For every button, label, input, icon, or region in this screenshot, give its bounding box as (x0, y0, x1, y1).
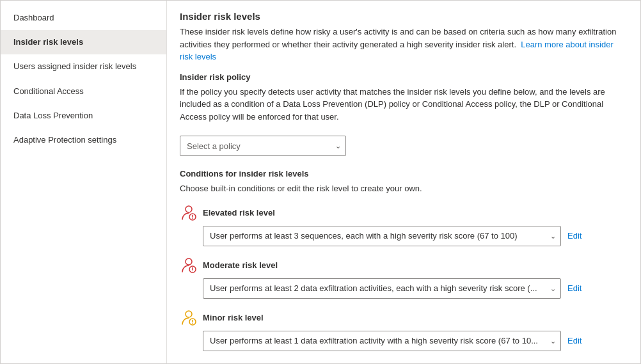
edit-link-elevated[interactable]: Edit (567, 231, 582, 241)
edit-link-moderate[interactable]: Edit (567, 283, 582, 293)
risk-dropdown-wrapper-moderate: User performs at least 2 data exfiltrati… (203, 278, 561, 299)
conditions-title: Conditions for insider risk levels (180, 169, 625, 178)
svg-point-4 (186, 258, 192, 265)
risk-level-label-moderate: Moderate risk level (203, 260, 278, 270)
risk-level-label-minor: Minor risk level (203, 313, 264, 322)
risk-dropdown-row-moderate: User performs at least 2 data exfiltrati… (203, 278, 625, 299)
insider-risk-policy-title: Insider risk policy (180, 72, 625, 82)
page-title: Insider risk levels (180, 11, 625, 22)
sidebar-item-dashboard[interactable]: Dashboard (1, 6, 166, 30)
risk-level-header-elevated: Elevated risk level (180, 204, 625, 222)
svg-point-0 (186, 206, 192, 212)
main-content: Insider risk levels These insider risk l… (167, 1, 640, 363)
risk-level-header-moderate: Moderate risk level (180, 257, 625, 274)
risk-level-elevated: Elevated risk level User performs at lea… (180, 204, 625, 246)
risk-dropdown-row-minor: User performs at least 1 data exfiltrati… (203, 331, 625, 351)
risk-icon-minor (180, 309, 198, 327)
svg-point-7 (192, 270, 193, 271)
conditions-description: Choose built-in conditions or edit the r… (180, 182, 625, 195)
risk-level-minor: Minor risk level User performs at least … (180, 309, 625, 351)
page-description: These insider risk levels define how ris… (180, 26, 625, 63)
edit-link-minor[interactable]: Edit (567, 336, 582, 345)
risk-level-label-elevated: Elevated risk level (203, 208, 275, 218)
risk-icon-elevated (180, 204, 198, 222)
svg-point-3 (192, 218, 193, 218)
risk-icon-moderate (180, 257, 198, 274)
risk-level-moderate: Moderate risk level User performs at lea… (180, 257, 625, 299)
svg-point-8 (186, 311, 192, 317)
svg-point-11 (192, 322, 193, 323)
policy-select[interactable]: Select a policy (180, 136, 346, 156)
risk-dropdown-moderate[interactable]: User performs at least 2 data exfiltrati… (203, 278, 561, 299)
insider-risk-policy-description: If the policy you specify detects user a… (180, 86, 625, 123)
risk-dropdown-row-elevated: User performs at least 3 sequences, each… (203, 226, 625, 246)
sidebar-item-adaptive-protection[interactable]: Adaptive Protection settings (1, 128, 166, 152)
conditions-section: Conditions for insider risk levels Choos… (180, 169, 625, 351)
sidebar-item-users-assigned[interactable]: Users assigned insider risk levels (1, 54, 166, 79)
sidebar-item-insider-risk-levels[interactable]: Insider risk levels (1, 30, 166, 54)
sidebar: DashboardInsider risk levelsUsers assign… (1, 1, 167, 363)
insider-risk-policy-section: Insider risk policy If the policy you sp… (180, 72, 625, 157)
sidebar-item-conditional-access[interactable]: Conditional Access (1, 79, 166, 104)
risk-dropdown-minor[interactable]: User performs at least 1 data exfiltrati… (203, 331, 561, 351)
policy-select-wrapper: Select a policy ⌄ (180, 136, 346, 156)
risk-levels-container: Elevated risk level User performs at lea… (180, 204, 625, 351)
risk-dropdown-wrapper-elevated: User performs at least 3 sequences, each… (203, 226, 561, 246)
risk-dropdown-elevated[interactable]: User performs at least 3 sequences, each… (203, 226, 561, 246)
sidebar-item-data-loss-prevention[interactable]: Data Loss Prevention (1, 104, 166, 128)
risk-dropdown-wrapper-minor: User performs at least 1 data exfiltrati… (203, 331, 561, 351)
risk-level-header-minor: Minor risk level (180, 309, 625, 327)
